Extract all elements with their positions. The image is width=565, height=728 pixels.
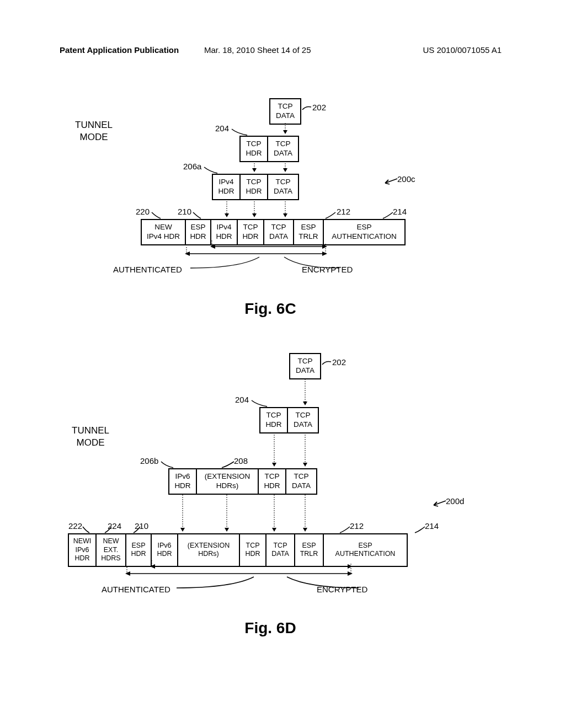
packet-6d-r1: TCP DATA [289,353,321,379]
flow-arrow-icon [282,161,288,172]
authenticated-label-6d: AUTHENTICATED [102,585,170,594]
ref-206a: 206a [183,162,201,171]
ref-214-6d: 214 [425,521,439,531]
lead-line-200d [431,501,446,506]
encrypted-span-6d [150,564,353,569]
lead-line-214-6d [414,526,425,533]
ref-200d: 200d [446,496,464,506]
cell-ipv6-hdr: IPv6 HDR [152,534,178,566]
cell-ipv4-hdr: IPv4 HDR [211,220,238,244]
lead-line-212-6c [324,211,335,219]
cell-ipv6-hdr: IPv6 HDR [169,469,197,494]
cell-tcp-data: TCP DATA [290,354,320,378]
lead-line-204-6d [252,399,268,407]
figure-6c-title: Fig. 6C [215,300,326,318]
cell-esp-trlr: ESP TRLR [294,220,324,244]
ref-210-6c: 210 [178,207,191,216]
cell-new-ipv6-hdr: NEWI IPv6 HDR [69,534,97,566]
lead-line-220 [152,211,162,219]
packet-6c-r3: IPv4 HDR TCP HDR TCP DATA [212,174,299,200]
ref-204-6c: 204 [215,124,229,133]
cell-esp-auth: ESP AUTHENTICATION [324,220,404,244]
ref-222: 222 [68,521,82,531]
cell-tcp-data: TCP DATA [286,469,316,494]
ref-206b: 206b [140,456,158,465]
packet-6c-r2: TCP HDR TCP DATA [239,136,299,162]
cell-tcp-data: TCP DATA [264,220,294,244]
ref-220: 220 [136,207,150,216]
cell-esp-hdr: ESP HDR [126,534,152,566]
cell-tcp-data: TCP DATA [266,534,295,566]
tunnel-mode-label-6d: TUNNEL MODE [72,425,109,449]
ref-212-6d: 212 [350,521,364,531]
lead-line-206b [161,461,174,468]
cell-new-ipv4-hdr: NEW IPv4 HDR [142,220,186,244]
cell-tcp-data: TCP DATA [288,408,318,432]
ref-202-6d: 202 [332,357,346,367]
packet-6c-final: NEW IPv4 HDR ESP HDR IPv4 HDR TCP HDR TC… [141,219,406,245]
encrypted-label-6d: ENCRYPTED [317,585,367,594]
encrypted-label-6c: ENCRYPTED [302,265,353,274]
lead-line-202 [302,107,311,113]
flow-arrow-icon [282,199,288,217]
lead-line-224 [104,526,111,533]
cell-ipv4-hdr: IPv4 HDR [213,175,241,199]
cell-tcp-data: TCP DATA [270,99,300,124]
flow-arrow-icon [224,495,230,532]
lead-line-208 [221,461,234,468]
packet-6d-final: NEWI IPv6 HDR NEW EXT. HDRS ESP HDR IPv6… [68,533,408,567]
lead-line-210-6d [132,526,140,533]
cell-new-ext-hdrs: NEW EXT. HDRS [97,534,126,566]
figure-6d-title: Fig. 6D [215,619,326,637]
flow-arrow-icon [252,199,257,217]
lead-line-200c [383,179,397,184]
flow-arrow-icon [224,199,230,217]
cell-ext-hdrs: (EXTENSION HDRs) [197,469,259,494]
cell-tcp-hdr: TCP HDR [241,175,268,199]
flow-arrow-icon [282,123,288,134]
lead-line-214-6c [382,211,393,219]
ref-212-6c: 212 [337,207,350,216]
encrypted-span-6c [210,244,327,249]
lead-line-204 [232,128,248,136]
flow-arrow-icon [180,495,185,532]
lead-line-206a [204,166,221,174]
packet-6c-r1: TCP DATA [269,98,301,125]
ref-214-6c: 214 [393,207,407,216]
ref-202-6c: 202 [312,103,326,112]
cell-esp-auth: ESP AUTHENTICATION [324,534,407,566]
flow-arrow-icon [271,432,277,467]
cell-tcp-hdr: TCP HDR [260,408,288,432]
cell-tcp-data: TCP DATA [268,175,298,199]
authenticated-label-6c: AUTHENTICATED [113,265,182,274]
page-header: Patent Application Publication Mar. 18, … [0,45,565,55]
lead-line-210-6c [193,211,202,219]
flow-arrow-icon [302,379,308,405]
cell-tcp-hdr: TCP HDR [240,534,266,566]
packet-6d-r2: TCP HDR TCP DATA [259,407,319,433]
cell-esp-trlr: ESP TRLR [295,534,324,566]
lead-line-222 [83,526,90,533]
flow-arrow-icon [302,432,308,467]
header-left: Patent Application Publication [60,45,179,55]
cell-tcp-hdr: TCP HDR [238,220,264,244]
packet-6d-r3: IPv6 HDR (EXTENSION HDRs) TCP HDR TCP DA… [168,468,317,495]
flow-arrow-icon [252,161,257,172]
cell-ext-hdrs: (EXTENSION HDRs) [178,534,240,566]
ref-200c: 200c [397,174,415,184]
header-center: Mar. 18, 2010 Sheet 14 of 25 [204,45,311,55]
header-right: US 2010/0071055 A1 [423,45,502,55]
cell-tcp-hdr: TCP HDR [259,469,286,494]
lead-line-212-6d [339,526,350,533]
tunnel-mode-label-6c: TUNNEL MODE [75,119,113,143]
ref-208: 208 [234,456,248,465]
cell-tcp-data: TCP DATA [268,137,298,161]
cell-esp-hdr: ESP HDR [186,220,211,244]
lead-line-202-6d [322,362,331,367]
flow-arrow-icon [271,495,277,532]
ref-204-6d: 204 [235,395,249,404]
flow-arrow-icon [302,495,308,532]
cell-tcp-hdr: TCP HDR [241,137,268,161]
